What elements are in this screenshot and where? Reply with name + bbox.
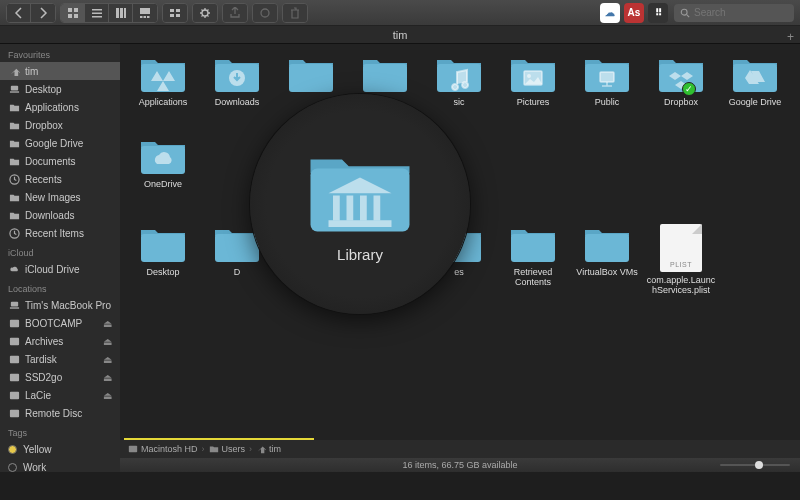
- sidebar-item-archives[interactable]: Archives⏏: [0, 332, 120, 350]
- sidebar-item-label: Recent Items: [25, 228, 84, 239]
- gdrive-icon: [8, 137, 20, 149]
- delete-button[interactable]: [283, 4, 307, 22]
- svg-rect-31: [176, 14, 180, 17]
- sidebar-item-tim-s-macbook-pro[interactable]: Tim's MacBook Pro: [0, 296, 120, 314]
- chevron-right-icon: ›: [249, 444, 252, 454]
- sidebar-item-recent-items[interactable]: Recent Items: [0, 224, 120, 242]
- path-crumb-macintosh-hd[interactable]: Macintosh HD: [128, 444, 198, 454]
- folder-label: Downloads: [215, 97, 260, 107]
- folder-es[interactable]: es: [422, 224, 496, 306]
- folder-downloads[interactable]: Downloads: [200, 54, 274, 136]
- sidebar-item-new-images[interactable]: New Images: [0, 188, 120, 206]
- folder-item[interactable]: [274, 224, 348, 306]
- clock-icon: [8, 173, 20, 185]
- doc-icon: [8, 155, 20, 167]
- folder-item[interactable]: [348, 224, 422, 306]
- sidebar-item-label: Downloads: [25, 210, 74, 221]
- folder-label: VirtualBox VMs: [576, 267, 637, 277]
- gallery-view-button[interactable]: [133, 4, 157, 22]
- sidebar-item-tardisk[interactable]: Tardisk⏏: [0, 350, 120, 368]
- tag-dot-icon: [8, 445, 17, 454]
- eject-icon[interactable]: ⏏: [103, 354, 112, 365]
- search-input[interactable]: [694, 7, 784, 18]
- folder-label: Pictures: [517, 97, 550, 107]
- icon-view-button[interactable]: [61, 4, 85, 22]
- sidebar-item-downloads[interactable]: Downloads: [0, 206, 120, 224]
- disk-icon: [8, 353, 20, 365]
- dropbox-icon: [8, 119, 20, 131]
- status-bar: 16 items, 66.75 GB available: [120, 458, 800, 472]
- svg-point-33: [261, 9, 269, 17]
- icon-size-slider[interactable]: [720, 462, 790, 468]
- group-button[interactable]: [163, 4, 187, 22]
- search-icon: [680, 8, 690, 18]
- path-crumb-label: Users: [222, 444, 246, 454]
- folder-com-apple-launchservices-plist[interactable]: PLISTcom.apple.LaunchServices.plist: [644, 224, 718, 306]
- folder-icon: [731, 54, 779, 94]
- svg-rect-15: [74, 8, 78, 12]
- folder-retrieved-contents[interactable]: Retrieved Contents: [496, 224, 570, 306]
- folder-dropbox[interactable]: ✓Dropbox: [644, 54, 718, 136]
- sidebar-item-tim[interactable]: tim: [0, 62, 120, 80]
- folder-label: Public: [595, 97, 620, 107]
- folder-item[interactable]: [348, 54, 422, 136]
- downloads-icon: [8, 209, 20, 221]
- sidebar-item-icloud-drive[interactable]: iCloud Drive: [0, 260, 120, 278]
- search-field[interactable]: [674, 4, 794, 22]
- sidebar-item-label: SSD2go: [25, 372, 62, 383]
- sidebar-item-label: Tardisk: [25, 354, 57, 365]
- menubar-app-cloud[interactable]: ☁: [600, 3, 620, 23]
- sidebar-item-desktop[interactable]: Desktop: [0, 80, 120, 98]
- sidebar-item-work[interactable]: Work: [0, 458, 120, 472]
- back-button[interactable]: [7, 4, 31, 22]
- sidebar-item-label: Google Drive: [25, 138, 83, 149]
- sidebar-item-yellow[interactable]: Yellow: [0, 440, 120, 458]
- sidebar-item-dropbox[interactable]: Dropbox: [0, 116, 120, 134]
- list-view-button[interactable]: [85, 4, 109, 22]
- folder-google-drive[interactable]: Google Drive: [718, 54, 792, 136]
- laptop-icon: [8, 299, 20, 311]
- sync-check-badge: ✓: [682, 82, 696, 96]
- action-button[interactable]: [193, 4, 217, 22]
- sidebar-item-applications[interactable]: Applications: [0, 98, 120, 116]
- svg-rect-14: [68, 8, 72, 12]
- tag-button[interactable]: [253, 4, 277, 22]
- plist-file-icon: PLIST: [660, 224, 702, 272]
- path-bar[interactable]: Macintosh HD›Users›tim: [120, 440, 800, 458]
- svg-rect-27: [147, 16, 150, 18]
- folder-sic[interactable]: sic: [422, 54, 496, 136]
- folder-icon: [213, 224, 261, 264]
- share-button[interactable]: [223, 4, 247, 22]
- column-view-button[interactable]: [109, 4, 133, 22]
- eject-icon[interactable]: ⏏: [103, 318, 112, 329]
- folder-d[interactable]: D: [200, 224, 274, 306]
- sidebar-item-google-drive[interactable]: Google Drive: [0, 134, 120, 152]
- folder-onedrive[interactable]: OneDrive: [126, 136, 200, 218]
- eject-icon[interactable]: ⏏: [103, 372, 112, 383]
- folder-icon: [657, 54, 705, 94]
- sidebar-item-documents[interactable]: Documents: [0, 152, 120, 170]
- sidebar-item-recents[interactable]: Recents: [0, 170, 120, 188]
- folder-pictures[interactable]: Pictures: [496, 54, 570, 136]
- path-crumb-tim[interactable]: tim: [256, 444, 281, 454]
- path-crumb-label: tim: [269, 444, 281, 454]
- eject-icon[interactable]: ⏏: [103, 336, 112, 347]
- menubar-app-dropbox[interactable]: ⠿: [648, 3, 668, 23]
- folder-applications[interactable]: Applications: [126, 54, 200, 136]
- sidebar-item-remote-disc[interactable]: Remote Disc: [0, 404, 120, 422]
- folder-virtualbox-vms[interactable]: VirtualBox VMs: [570, 224, 644, 306]
- folder-label: OneDrive: [144, 179, 182, 189]
- sidebar-item-bootcamp[interactable]: BOOTCAMP⏏: [0, 314, 120, 332]
- forward-button[interactable]: [31, 4, 55, 22]
- icon-view[interactable]: ApplicationsDownloadssicPicturesPublic✓D…: [120, 44, 800, 472]
- folder-desktop[interactable]: Desktop: [126, 224, 200, 306]
- folder-item[interactable]: [274, 54, 348, 136]
- svg-rect-26: [144, 16, 147, 18]
- sidebar-item-lacie[interactable]: LaCie⏏: [0, 386, 120, 404]
- path-crumb-users[interactable]: Users: [209, 444, 246, 454]
- eject-icon[interactable]: ⏏: [103, 390, 112, 401]
- gear-icon: [8, 227, 20, 239]
- menubar-app-as[interactable]: As: [624, 3, 644, 23]
- folder-public[interactable]: Public: [570, 54, 644, 136]
- sidebar-item-ssd2go[interactable]: SSD2go⏏: [0, 368, 120, 386]
